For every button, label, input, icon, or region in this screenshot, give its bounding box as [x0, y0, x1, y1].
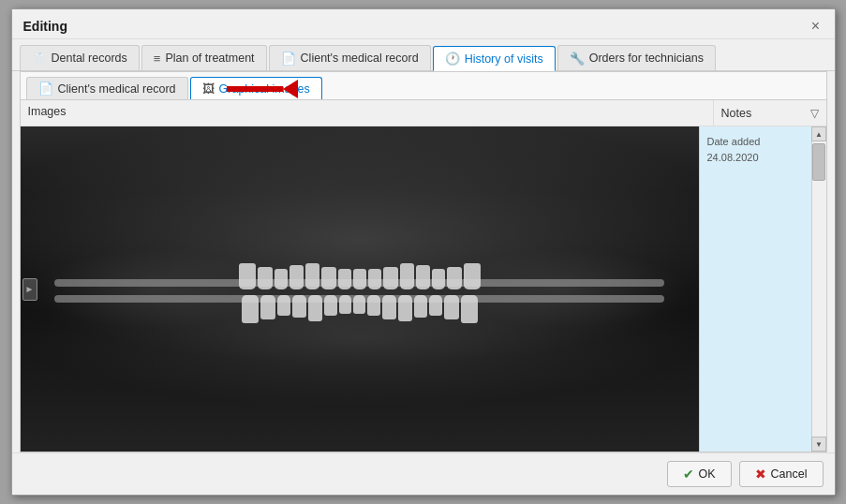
scrollbar-thumb[interactable] [812, 143, 825, 181]
scrollbar-track: ▲ ▼ [811, 126, 826, 452]
tooth-lower-5 [308, 295, 322, 321]
scroll-down-button[interactable]: ▼ [811, 437, 826, 452]
column-header-row: Images Notes ▽ [21, 100, 826, 126]
tooth-lower-15 [461, 295, 478, 323]
tab-history-of-visits[interactable]: 🕐 History of visits [433, 46, 556, 71]
cancel-icon: ✖ [755, 467, 766, 482]
editing-dialog: Editing × 🦷 Dental records ≡ Plan of tre… [11, 8, 836, 496]
tab-orders-for-technicians[interactable]: 🔧 Orders for technicians [557, 45, 716, 70]
tooth-upper-13 [432, 269, 445, 289]
content-area: 📄 Client's medical record 🖼 Graphical im… [20, 71, 827, 452]
ok-icon: ✔ [683, 467, 694, 482]
tooth-lower-10 [382, 295, 396, 319]
tab-clients-medical-record-label: Client's medical record [301, 52, 419, 65]
sub-medical-icon: 📄 [38, 82, 53, 96]
xray-canvas [21, 126, 699, 452]
data-area: Images Notes ▽ [21, 100, 826, 452]
medical-record-icon: 📄 [281, 52, 296, 66]
tab-history-of-visits-label: History of visits [465, 52, 543, 66]
scroll-up-button[interactable]: ▲ [811, 126, 826, 141]
notes-column-label: Notes [721, 107, 752, 120]
tooth-upper-10 [383, 267, 398, 289]
tooth-lower-1 [242, 295, 259, 323]
tab-dental-records[interactable]: 🦷 Dental records [20, 45, 140, 70]
tab-plan-of-treatment[interactable]: ≡ Plan of treatment [141, 45, 267, 70]
dialog-title: Editing [23, 19, 67, 34]
tooth-upper-4 [289, 265, 304, 289]
tooth-lower-14 [444, 295, 459, 319]
main-tab-bar: 🦷 Dental records ≡ Plan of treatment 📄 C… [12, 39, 835, 71]
tooth-upper-12 [416, 265, 430, 289]
lower-teeth-row [74, 295, 644, 366]
xray-image-container[interactable]: ► [21, 126, 699, 452]
tooth-lower-4 [292, 295, 306, 318]
notes-column-header: Notes ▽ [714, 100, 826, 126]
arrow-indicator [227, 80, 298, 98]
tab-orders-for-technicians-label: Orders for technicians [589, 52, 704, 65]
tooth-lower-3 [277, 295, 290, 316]
tooth-upper-1 [239, 263, 256, 289]
cancel-label: Cancel [771, 467, 808, 481]
tooth-upper-14 [447, 267, 462, 289]
images-column-header: Images [21, 100, 714, 126]
tooth-upper-5 [305, 263, 319, 289]
footer: ✔ OK ✖ Cancel [12, 452, 835, 495]
tooth-lower-2 [260, 295, 275, 319]
upper-teeth-row [74, 217, 644, 289]
tooth-lower-12 [414, 295, 427, 318]
history-icon: 🕐 [445, 52, 460, 66]
tooth-lower-8 [353, 295, 365, 314]
tooth-upper-9 [368, 269, 381, 289]
ok-button[interactable]: ✔ OK [667, 461, 732, 487]
close-button[interactable]: × [809, 19, 824, 34]
tooth-lower-11 [398, 295, 412, 321]
xray-overlay [21, 126, 699, 452]
images-section: Images Notes ▽ [21, 100, 826, 452]
tooth-lower-7 [339, 295, 351, 314]
tooth-upper-3 [275, 269, 288, 289]
tab-dental-records-label: Dental records [52, 52, 127, 65]
ok-label: OK [699, 467, 716, 481]
tooth-upper-15 [464, 263, 481, 289]
tooth-lower-13 [429, 295, 442, 316]
dental-records-icon: 🦷 [32, 52, 47, 66]
image-and-notes: ► Date added 24.08.2020 ▲ ▼ [21, 126, 826, 452]
tooth-upper-7 [338, 269, 351, 289]
tab-plan-of-treatment-label: Plan of treatment [165, 52, 254, 65]
sub-graphical-icon: 🖼 [202, 82, 215, 96]
arrow-head [283, 80, 298, 98]
notes-panel: Date added 24.08.2020 [699, 126, 811, 452]
date-added-value: 24.08.2020 [707, 150, 804, 166]
title-bar: Editing × [12, 9, 835, 39]
sub-tab-bar: 📄 Client's medical record 🖼 Graphical im… [21, 72, 826, 100]
date-added-label: Date added [707, 134, 804, 150]
orders-icon: 🔧 [570, 52, 585, 66]
sub-tab-clients-medical-record-label: Client's medical record [58, 82, 176, 96]
plan-treatment-icon: ≡ [154, 52, 161, 66]
scroll-left-button[interactable]: ► [22, 278, 37, 301]
sub-tab-clients-medical-record[interactable]: 📄 Client's medical record [26, 77, 188, 99]
cancel-button[interactable]: ✖ Cancel [739, 461, 824, 487]
tooth-upper-6 [321, 267, 336, 289]
filter-icon[interactable]: ▽ [810, 107, 819, 120]
tooth-upper-8 [353, 269, 366, 289]
tooth-lower-9 [367, 295, 380, 316]
tooth-upper-2 [258, 267, 273, 289]
tooth-lower-6 [324, 295, 337, 316]
tooth-upper-11 [400, 263, 414, 289]
arrow-body [227, 86, 283, 92]
tab-clients-medical-record[interactable]: 📄 Client's medical record [269, 45, 431, 70]
